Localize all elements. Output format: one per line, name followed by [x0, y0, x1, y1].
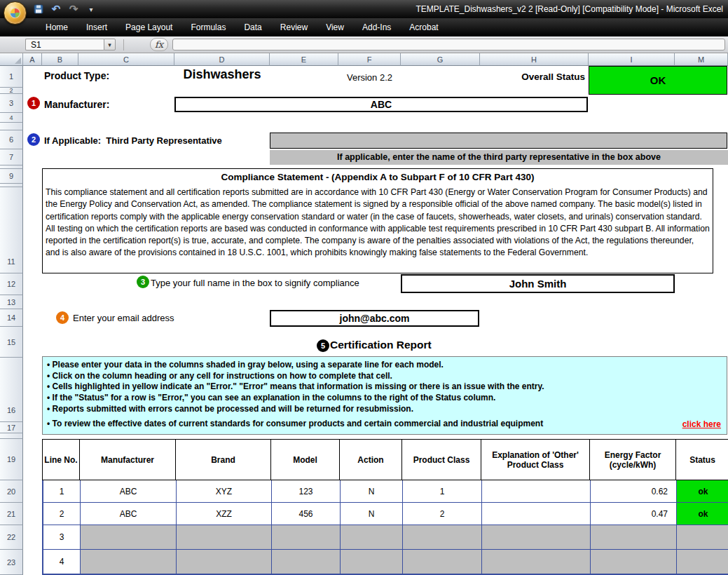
table-cell-action-row4[interactable] [340, 550, 402, 574]
row-header-21[interactable]: 21 [0, 503, 23, 525]
column-header-G[interactable]: G [401, 53, 480, 66]
row-header-7[interactable]: 7 [0, 149, 23, 165]
column-header-A[interactable]: A [23, 53, 42, 66]
table-header-status[interactable]: Status [675, 440, 728, 480]
column-header-H[interactable]: H [480, 53, 589, 66]
table-cell-model-row3[interactable] [271, 525, 340, 550]
table-cell-manufacturer-row1[interactable]: ABC [80, 480, 176, 503]
save-icon[interactable] [32, 3, 45, 15]
ribbon-tab-insert[interactable]: Insert [77, 19, 116, 36]
row-header-hidden-17[interactable] [0, 433, 23, 439]
row-header-19[interactable]: 19 [0, 439, 23, 480]
table-header-model[interactable]: Model [270, 440, 339, 480]
signature-input[interactable]: John Smith [401, 274, 675, 293]
table-cell-model-row1[interactable]: 123 [271, 480, 340, 503]
table-cell-product_class-row1[interactable]: 1 [402, 480, 481, 503]
name-box-dropdown-icon[interactable]: ▾ [104, 39, 116, 50]
table-cell-line-row4[interactable]: 4 [43, 550, 80, 574]
table-cell-product_class-row2[interactable]: 2 [402, 503, 481, 525]
third-party-input[interactable] [270, 133, 727, 149]
table-cell-line-row2[interactable]: 2 [43, 503, 80, 525]
undo-icon[interactable]: ↶ [50, 3, 62, 15]
column-header-I[interactable]: I [589, 53, 675, 66]
row-header-12[interactable]: 12 [0, 273, 23, 295]
ribbon-tab-home[interactable]: Home [36, 19, 77, 36]
table-cell-manufacturer-row4[interactable] [80, 550, 176, 574]
row-header-16[interactable]: 16 [0, 358, 23, 422]
table-cell-energy_factor-row2[interactable]: 0.47 [590, 503, 676, 525]
table-cell-status-row3[interactable] [676, 525, 728, 550]
fx-icon[interactable]: fx [150, 38, 168, 51]
row-header-14[interactable]: 14 [0, 309, 23, 327]
name-box[interactable]: S1 [25, 39, 104, 50]
table-header-manufacturer[interactable]: Manufacturer [79, 440, 175, 480]
table-cell-energy_factor-row4[interactable] [590, 550, 676, 574]
table-cell-manufacturer-row3[interactable] [80, 525, 176, 550]
table-cell-brand-row2[interactable]: XZZ [176, 503, 271, 525]
table-cell-explanation-row2[interactable] [481, 503, 590, 525]
ribbon-tab-review[interactable]: Review [271, 19, 317, 36]
column-header-M[interactable]: M [675, 53, 728, 66]
table-header-energy-factor-cycle-kwh[interactable]: Energy Factor (cycle/kWh) [589, 440, 675, 480]
ribbon-tab-page-layout[interactable]: Page Layout [116, 19, 181, 36]
row-header-3[interactable]: 3 [0, 94, 23, 113]
column-header-E[interactable]: E [270, 53, 338, 66]
table-cell-status-row4[interactable] [676, 550, 728, 574]
row-header-20[interactable]: 20 [0, 480, 23, 503]
row-header-11[interactable]: 11 [0, 187, 23, 273]
qat-dropdown-icon[interactable]: ▾ [85, 3, 97, 15]
table-cell-brand-row1[interactable]: XYZ [176, 480, 271, 503]
row-header-6[interactable]: 6 [0, 130, 23, 149]
click-here-link[interactable]: click here [682, 419, 722, 429]
table-cell-brand-row3[interactable] [176, 525, 271, 550]
column-header-C[interactable]: C [78, 53, 174, 66]
row-header-9[interactable]: 9 [0, 169, 23, 184]
select-all-corner[interactable] [0, 53, 23, 66]
table-cell-action-row3[interactable] [340, 525, 402, 550]
ribbon-tab-add-ins[interactable]: Add-Ins [353, 19, 400, 36]
table-header-line-no[interactable]: Line No. [43, 440, 79, 480]
row-header-4[interactable]: 4 [0, 113, 23, 123]
table-cell-action-row1[interactable]: N [340, 480, 402, 503]
table-cell-manufacturer-row2[interactable]: ABC [80, 503, 176, 525]
table-cell-line-row3[interactable]: 3 [43, 525, 80, 550]
row-header-hidden-4[interactable] [0, 123, 23, 130]
table-cell-model-row2[interactable]: 456 [271, 503, 340, 525]
column-header-B[interactable]: B [42, 53, 78, 66]
table-cell-product_class-row3[interactable] [402, 525, 481, 550]
column-header-D[interactable]: D [174, 53, 270, 66]
table-cell-status-row1[interactable]: ok [676, 480, 728, 503]
row-header-23[interactable]: 23 [0, 550, 23, 575]
ribbon-tab-view[interactable]: View [317, 19, 353, 36]
ribbon-tab-data[interactable]: Data [235, 19, 270, 36]
table-cell-explanation-row4[interactable] [481, 550, 590, 574]
ribbon-tab-acrobat[interactable]: Acrobat [400, 19, 447, 36]
email-input[interactable]: john@abc.com [270, 310, 479, 327]
table-cell-energy_factor-row1[interactable]: 0.62 [590, 480, 676, 503]
table-cell-energy_factor-row3[interactable] [590, 525, 676, 550]
office-button[interactable] [4, 1, 27, 25]
table-cell-action-row2[interactable]: N [340, 503, 402, 525]
table-cell-status-row2[interactable]: ok [676, 503, 728, 525]
redo-icon[interactable]: ↷ [67, 3, 80, 15]
formula-input[interactable] [172, 39, 725, 50]
row-header-17[interactable]: 17 [0, 422, 23, 433]
ribbon-tab-formulas[interactable]: Formulas [181, 19, 235, 36]
row-header-2[interactable]: 2 [0, 88, 23, 94]
table-header-action[interactable]: Action [339, 440, 401, 480]
row-header-13[interactable]: 13 [0, 295, 23, 309]
table-cell-explanation-row3[interactable] [481, 525, 590, 550]
row-header-1[interactable]: 1 [0, 66, 23, 88]
table-cell-explanation-row1[interactable] [481, 480, 590, 503]
row-header-15[interactable]: 15 [0, 327, 23, 358]
column-header-F[interactable]: F [338, 53, 401, 66]
table-cell-line-row1[interactable]: 1 [43, 480, 80, 503]
table-cell-product_class-row4[interactable] [402, 550, 481, 574]
table-header-brand[interactable]: Brand [175, 440, 270, 480]
table-cell-model-row4[interactable] [271, 550, 340, 574]
table-header-product-class[interactable]: Product Class [401, 440, 481, 480]
row-header-22[interactable]: 22 [0, 525, 23, 550]
table-cell-brand-row4[interactable] [176, 550, 271, 574]
manufacturer-input[interactable]: ABC [174, 97, 588, 112]
table-header-explanation-of-other-product-class[interactable]: Explanation of 'Other' Product Class [481, 440, 589, 480]
